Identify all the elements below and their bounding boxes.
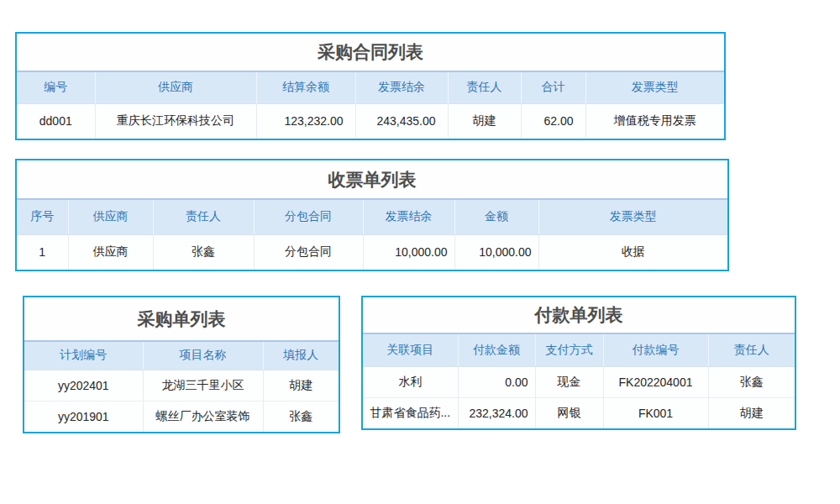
table-cell: 胡建 xyxy=(448,103,521,139)
column-header: 支付方式 xyxy=(535,334,603,366)
table-cell: 龙湖三千里小区 xyxy=(143,370,263,401)
table-cell: 分包合同 xyxy=(254,234,363,270)
table-title: 收票单列表 xyxy=(17,160,727,200)
table-cell: 甘肃省食品药... xyxy=(363,397,458,428)
table-cell: 胡建 xyxy=(263,370,339,401)
table-cell: 胡建 xyxy=(708,397,795,428)
table-cell: 232,324.00 xyxy=(458,397,535,428)
table-cell: yy201901 xyxy=(24,401,143,432)
column-header: 计划编号 xyxy=(24,342,143,370)
column-header: 供应商 xyxy=(95,72,256,103)
table-cell: 收据 xyxy=(538,234,727,270)
table-row: 1 供应商 张鑫 分包合同 10,000.00 10,000.00 收据 xyxy=(17,234,727,270)
table-cell: 62.00 xyxy=(521,103,585,139)
table-cell: 10,000.00 xyxy=(454,234,538,270)
column-header: 合计 xyxy=(521,72,585,103)
table-row: 甘肃省食品药... 232,324.00 网银 FK001 胡建 xyxy=(363,397,795,428)
column-header: 责任人 xyxy=(153,200,254,234)
column-header: 发票类型 xyxy=(585,72,724,103)
table-cell: 网银 xyxy=(535,397,603,428)
column-header: 发票结余 xyxy=(355,72,448,103)
table-title: 采购单列表 xyxy=(24,297,339,342)
column-header: 付款编号 xyxy=(603,334,708,366)
table-cell: 增值税专用发票 xyxy=(585,103,724,139)
table-row: yy201901 螺丝厂办公室装饰 张鑫 xyxy=(24,401,339,432)
receipt-table: 收票单列表 序号 供应商 责任人 分包合同 发票结余 金额 发票类型 xyxy=(15,159,729,271)
table-title: 采购合同列表 xyxy=(17,34,724,72)
table-cell: 0.00 xyxy=(458,366,535,397)
table-row: yy202401 龙湖三千里小区 胡建 xyxy=(24,370,339,401)
table-title: 付款单列表 xyxy=(363,297,795,334)
page: 采购合同列表 编号 供应商 结算余额 发票结余 责任人 合计 发票类型 xyxy=(0,0,840,504)
table-cell: 张鑫 xyxy=(708,366,795,397)
header-row: 序号 供应商 责任人 分包合同 发票结余 金额 发票类型 xyxy=(17,200,727,234)
table-cell: FK001 xyxy=(603,397,708,428)
column-header: 发票类型 xyxy=(538,200,727,234)
header-row: 关联项目 付款金额 支付方式 付款编号 责任人 xyxy=(363,334,795,366)
table-cell: 张鑫 xyxy=(263,401,339,432)
table-cell: 123,232.00 xyxy=(256,103,355,139)
table-row: dd001 重庆长江环保科技公司 123,232.00 243,435.00 胡… xyxy=(17,103,724,139)
column-header: 序号 xyxy=(17,200,68,234)
payment-table: 付款单列表 关联项目 付款金额 支付方式 付款编号 责任人 水利 0.00 xyxy=(361,296,796,430)
table-cell: dd001 xyxy=(17,103,95,139)
header-row: 计划编号 项目名称 填报人 xyxy=(24,342,339,370)
column-header: 责任人 xyxy=(708,334,795,366)
column-header: 责任人 xyxy=(448,72,521,103)
column-header: 关联项目 xyxy=(363,334,458,366)
column-header: 付款金额 xyxy=(458,334,535,366)
table-cell: 现金 xyxy=(535,366,603,397)
column-header: 结算余额 xyxy=(256,72,355,103)
column-header: 发票结余 xyxy=(363,200,454,234)
header-row: 编号 供应商 结算余额 发票结余 责任人 合计 发票类型 xyxy=(17,72,724,103)
column-header: 金额 xyxy=(454,200,538,234)
table-cell: 10,000.00 xyxy=(363,234,454,270)
column-header: 供应商 xyxy=(68,200,153,234)
table-cell: 供应商 xyxy=(68,234,153,270)
table-cell: 螺丝厂办公室装饰 xyxy=(143,401,263,432)
table-cell: yy202401 xyxy=(24,370,143,401)
purchase-contract-table: 采购合同列表 编号 供应商 结算余额 发票结余 责任人 合计 发票类型 xyxy=(15,32,726,140)
column-header: 分包合同 xyxy=(254,200,363,234)
table-cell: 重庆长江环保科技公司 xyxy=(95,103,256,139)
table-cell: 243,435.00 xyxy=(355,103,448,139)
table-cell: 张鑫 xyxy=(153,234,254,270)
column-header: 编号 xyxy=(17,72,95,103)
table-cell: 水利 xyxy=(363,366,458,397)
table-row: 水利 0.00 现金 FK202204001 张鑫 xyxy=(363,366,795,397)
column-header: 填报人 xyxy=(263,342,339,370)
column-header: 项目名称 xyxy=(143,342,263,370)
purchase-order-table: 采购单列表 计划编号 项目名称 填报人 yy202401 龙湖三千里小区 胡建 xyxy=(23,296,340,433)
table-cell: FK202204001 xyxy=(603,366,708,397)
table-cell: 1 xyxy=(17,234,68,270)
